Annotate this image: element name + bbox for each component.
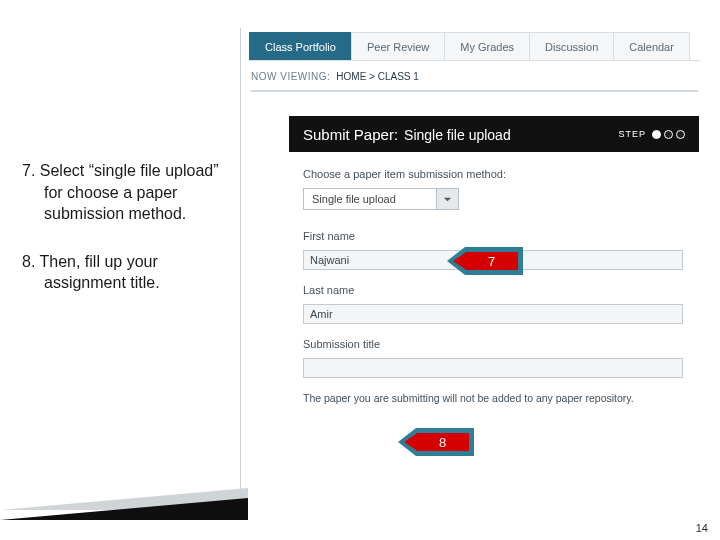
tab-my-grades[interactable]: My Grades [444,32,530,60]
breadcrumb-path: HOME > CLASS 1 [336,71,419,82]
breadcrumb-label: NOW VIEWING: [251,71,330,82]
callout-label-7: 7 [465,247,523,275]
submission-form: Choose a paper item submission method: S… [289,152,699,404]
breadcrumb: NOW VIEWING: HOME > CLASS 1 [251,71,698,92]
submission-title-field[interactable] [303,358,683,378]
first-name-label: First name [303,230,685,242]
page-title: Submit Paper: Single file upload [303,126,511,143]
arrow-left-icon [398,428,416,456]
decorative-wedge [0,484,248,520]
method-select-value: Single file upload [312,193,436,205]
method-select-button[interactable] [436,189,458,209]
tab-calendar[interactable]: Calendar [613,32,690,60]
instruction-step-7: 7. Select “single file upload” for choos… [12,160,237,225]
arrow-left-icon [447,247,465,275]
page-title-sub: Single file upload [404,127,511,143]
step-dots [652,130,685,139]
tab-class-portfolio[interactable]: Class Portfolio [249,32,352,60]
page-title-lead: Submit Paper: [303,126,398,143]
submission-title-group: Submission title [303,338,685,378]
chevron-down-icon [443,195,452,204]
page-title-bar: Submit Paper: Single file upload STEP [289,116,699,152]
last-name-field[interactable] [303,304,683,324]
submission-title-label: Submission title [303,338,685,350]
step-label: STEP [618,129,646,139]
step-dot-3 [676,130,685,139]
last-name-label: Last name [303,284,685,296]
instruction-step-8: 8. Then, fill up your assignment title. [12,251,237,294]
repository-note: The paper you are submitting will not be… [303,392,685,404]
step-indicator: STEP [618,129,685,139]
last-name-group: Last name [303,284,685,324]
method-select-row: Single file upload [303,188,685,210]
callout-arrow-8: 8 [398,428,474,456]
tab-peer-review[interactable]: Peer Review [351,32,445,60]
instructions-panel: 7. Select “single file upload” for choos… [12,160,237,320]
method-select[interactable]: Single file upload [303,188,459,210]
step-dot-2 [664,130,673,139]
page-number: 14 [696,522,708,534]
tab-bar: Class Portfolio Peer Review My Grades Di… [249,28,700,61]
callout-arrow-7: 7 [447,247,523,275]
step-dot-1 [652,130,661,139]
method-label: Choose a paper item submission method: [303,168,685,180]
callout-label-8: 8 [416,428,474,456]
tab-discussion[interactable]: Discussion [529,32,614,60]
